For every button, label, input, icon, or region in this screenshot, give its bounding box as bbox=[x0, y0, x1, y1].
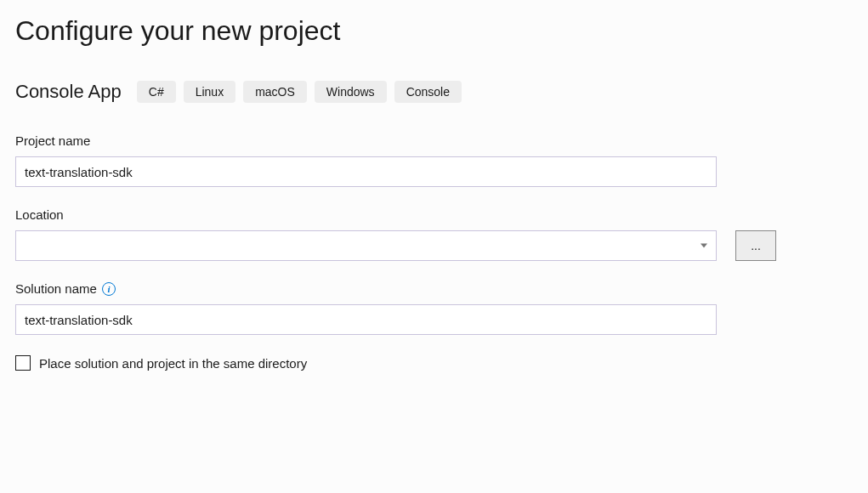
tag-console: Console bbox=[394, 81, 462, 103]
solution-name-group: Solution name i bbox=[15, 281, 853, 335]
tag-linux: Linux bbox=[184, 81, 235, 103]
template-name: Console App bbox=[15, 81, 122, 103]
chevron-down-icon bbox=[701, 244, 707, 248]
tag-windows: Windows bbox=[315, 81, 387, 103]
project-name-input[interactable] bbox=[15, 156, 717, 187]
location-group: Location ... bbox=[15, 207, 853, 261]
project-name-label: Project name bbox=[15, 133, 853, 148]
solution-name-label-text: Solution name bbox=[15, 281, 97, 296]
same-directory-label: Place solution and project in the same d… bbox=[39, 356, 307, 371]
solution-name-label: Solution name i bbox=[15, 281, 853, 296]
tag-macos: macOS bbox=[243, 81, 307, 103]
same-directory-row: Place solution and project in the same d… bbox=[15, 355, 853, 371]
location-label: Location bbox=[15, 207, 853, 222]
template-tags: C# Linux macOS Windows Console bbox=[137, 81, 462, 103]
project-name-group: Project name bbox=[15, 133, 853, 187]
tag-csharp: C# bbox=[137, 81, 176, 103]
location-combo[interactable] bbox=[15, 230, 717, 261]
browse-button[interactable]: ... bbox=[735, 230, 776, 261]
template-row: Console App C# Linux macOS Windows Conso… bbox=[15, 81, 853, 103]
page-title: Configure your new project bbox=[15, 15, 853, 47]
same-directory-checkbox[interactable] bbox=[15, 355, 31, 371]
info-icon[interactable]: i bbox=[102, 282, 116, 296]
solution-name-input[interactable] bbox=[15, 304, 717, 335]
